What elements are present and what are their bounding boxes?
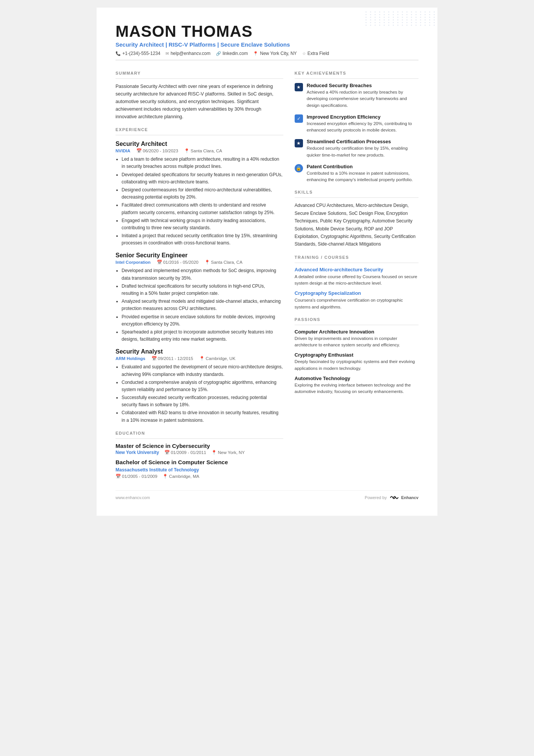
achievements-section: KEY ACHIEVEMENTS ★ Reduced Security Brea… (295, 71, 418, 183)
resume-page: // Will be populated below MASON THOMAS … (97, 8, 437, 516)
job-title-2: Senior Security Engineer (116, 252, 283, 259)
training-desc-2: Coursera's comprehensive certification o… (295, 297, 418, 310)
dot (415, 14, 417, 15)
training-title-2: Cryptography Specialization (295, 290, 418, 296)
calendar-icon-2: 📅 (157, 260, 162, 265)
passion-desc-2: Deeply fascinated by cryptographic syste… (295, 358, 418, 372)
dot (402, 11, 403, 13)
achievement-content-1: Reduced Security Breaches Achieved a 40%… (307, 83, 418, 109)
dot (379, 11, 380, 13)
job-nvidia: Security Architect NVIDIA 📅 06/2020 - 10… (116, 141, 283, 247)
bullet-3-1: Evaluated and supported the development … (122, 363, 283, 378)
achievement-title-3: Streamlined Certification Processes (307, 139, 418, 144)
achievement-icon-4: 🔒 (295, 164, 303, 172)
dot (434, 11, 435, 13)
job-location-3: 📍 Cambridge, UK (199, 356, 236, 361)
dot (388, 11, 389, 13)
achievement-desc-3: Reduced security certification time by 1… (307, 145, 418, 158)
phone-icon: 📞 (116, 51, 121, 56)
skills-section: SKILLS Advanced CPU Architectures, Micro… (295, 190, 418, 248)
contact-extra: ☆ Extra Field (302, 51, 329, 56)
dot (370, 17, 371, 18)
degree-1: Master of Science in Cybersecurity New Y… (116, 443, 283, 455)
experience-divider (116, 135, 283, 135)
dot (429, 11, 430, 13)
dot (370, 14, 371, 15)
edu-meta-1: New York University 📅 01/2009 - 01/2011 … (116, 450, 283, 455)
achievement-icon-2: ✓ (295, 114, 303, 123)
dot (415, 11, 417, 13)
dot (375, 14, 376, 15)
dot (393, 11, 394, 13)
calendar-icon-edu1: 📅 (164, 450, 170, 455)
calendar-icon-1: 📅 (136, 148, 142, 153)
footer-brand: Powered by Enhancv (365, 495, 418, 501)
dot (365, 14, 367, 15)
phone-text: +1-(234)-555-1234 (122, 51, 160, 56)
passion-title-2: Cryptography Enthusiast (295, 352, 418, 358)
edu-date-1: 📅 01/2009 - 01/2011 (164, 450, 206, 455)
dot (379, 19, 380, 20)
dot (406, 11, 408, 13)
bullet-3-2: Conducted a comprehensive analysis of cr… (122, 379, 283, 393)
bullet-1-6: Initiated a project that reduced securit… (122, 232, 283, 247)
dot (402, 19, 403, 20)
passion-item-3: Automotive Technology Exploring the evol… (295, 376, 418, 395)
dot (425, 17, 426, 18)
dot (411, 14, 412, 15)
dot (406, 17, 408, 18)
education-divider (116, 438, 283, 439)
dot (375, 11, 376, 13)
dot (379, 14, 380, 15)
contact-location: 📍 New York City, NY (253, 51, 297, 56)
dot (420, 22, 421, 23)
bullet-3-4: Collaborated with R&D teams to drive inn… (122, 409, 283, 424)
education-label: EDUCATION (116, 431, 283, 435)
dot (420, 14, 421, 15)
company-2: Intel Corporation (116, 260, 151, 265)
dot (388, 19, 389, 20)
job-location-1: 📍 Santa Clara, CA (184, 148, 222, 153)
contact-phone: 📞 +1-(234)-555-1234 (116, 51, 160, 56)
contact-row: 📞 +1-(234)-555-1234 ✉ help@enhancv.com 🔗… (116, 51, 418, 56)
passion-desc-1: Driven by improvements and innovations i… (295, 335, 418, 349)
dot (375, 19, 376, 20)
experience-section: EXPERIENCE Security Architect NVIDIA 📅 0… (116, 127, 283, 424)
skills-text: Advanced CPU Architectures, Micro-archit… (295, 202, 418, 248)
dot (420, 17, 421, 18)
bullet-3-3: Successfully executed security verificat… (122, 394, 283, 409)
dot (425, 25, 426, 26)
dot (415, 19, 417, 20)
dot (397, 11, 398, 13)
email-text: help@enhancv.com (170, 51, 210, 56)
star-icon-header: ☆ (302, 51, 306, 56)
dot (397, 17, 398, 18)
dot (420, 19, 421, 20)
left-column: SUMMARY Passionate Security Architect wi… (116, 64, 283, 479)
achievement-desc-2: Increased encryption efficiency by 20%, … (307, 121, 418, 134)
dot (388, 14, 389, 15)
dot (425, 19, 426, 20)
dot (411, 17, 412, 18)
dot (411, 11, 412, 13)
dot (393, 17, 394, 18)
dot (384, 14, 385, 15)
enhancv-logo-icon (389, 495, 400, 501)
bullet-1-4: Facilitated direct communications with c… (122, 202, 283, 216)
dot (370, 11, 371, 13)
achievements-label: KEY ACHIEVEMENTS (295, 71, 418, 75)
bullet-2-5: Spearheaded a pilot project to incorpora… (122, 329, 283, 343)
dot (434, 25, 435, 26)
job-bullets-2: Developed and implemented encryption met… (122, 267, 283, 343)
edu-school-2: Massachusetts Institute of Technology (116, 467, 199, 473)
dot (434, 14, 435, 15)
job-location-2: 📍 Santa Clara, CA (205, 260, 242, 265)
contact-email: ✉ help@enhancv.com (166, 51, 210, 56)
dot (420, 11, 421, 13)
summary-label: SUMMARY (116, 71, 283, 75)
job-title-3: Security Analyst (116, 348, 283, 355)
calendar-icon-edu2: 📅 (116, 474, 121, 479)
summary-text: Passionate Security Architect with over … (116, 83, 283, 121)
degree-2: Bachelor of Science in Computer Science … (116, 459, 283, 479)
pin-icon-edu1: 📍 (211, 450, 217, 455)
